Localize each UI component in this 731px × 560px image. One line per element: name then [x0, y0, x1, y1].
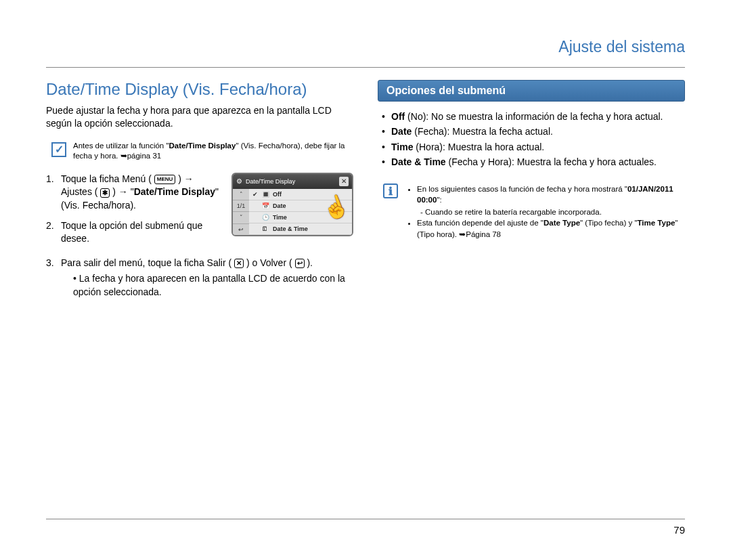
time-rest: Muestra la hora actual.: [448, 142, 544, 152]
device-pager: ˄ 1/1 ˅ ↩: [233, 189, 249, 235]
opt-date-label: Date: [273, 202, 286, 209]
page-header: Ajuste del sistema: [46, 38, 685, 60]
date-rest: Muestra la fecha actual.: [452, 126, 553, 137]
dt-bold: Date & Time: [391, 156, 446, 167]
n2-l2c: " (Tipo fecha) y ": [580, 219, 637, 227]
s3-a: Para salir del menú, toque la ficha Sali…: [61, 257, 231, 268]
back-button[interactable]: ↩: [233, 223, 249, 235]
left-column: Date/Time Display (Vis. Fecha/hora) Pued…: [46, 80, 353, 306]
opt-datetime-label: Date & Time: [273, 225, 308, 232]
time-bold: Time: [391, 142, 413, 152]
precondition-text: Antes de utilizar la función "Date/Time …: [73, 141, 353, 162]
note-page-ref: ➥página 31: [120, 152, 162, 160]
submenu-header: Opciones del submenú: [378, 80, 685, 102]
step-2: 2. Toque la opción del submenú que desee…: [46, 219, 222, 246]
content-columns: Date/Time Display (Vis. Fecha/hora) Pued…: [46, 80, 685, 306]
s3-c: ).: [307, 257, 313, 268]
precondition-note: ✓ Antes de utilizar la función "Date/Tim…: [46, 141, 353, 162]
submenu-date: Date (Fecha): Muestra la fecha actual.: [382, 125, 685, 138]
n2-sub1: Cuando se retire la batería recargable i…: [425, 207, 685, 217]
off-paren: (No):: [405, 111, 431, 122]
footer-rule: [46, 519, 685, 519]
step-3: 3. Para salir del menú, toque la ficha S…: [46, 257, 353, 299]
time-paren: (Hora):: [413, 142, 447, 152]
check-icon: ✓: [51, 142, 66, 157]
submenu-off: Off (No): No se muestra la información d…: [382, 110, 685, 123]
close-icon[interactable]: ✕: [339, 177, 349, 186]
note2-line2: Esta función depende del ajuste de "Date…: [417, 217, 685, 239]
menu-icon: MENU: [154, 175, 176, 184]
step-number: 2.: [46, 219, 61, 246]
option-datetime[interactable]: 🗓Date & Time: [249, 223, 352, 235]
n2-l1a: En los siguientes casos la función de fe…: [417, 185, 627, 193]
arrow-right-icon: →: [118, 186, 128, 197]
back-icon: ↩: [295, 259, 305, 268]
s2-text: Toque la opción del submenú que desee.: [61, 219, 222, 246]
info-note: ℹ En los siguientes casos la función de …: [378, 182, 685, 239]
submenu-option-list: Off (No): No se muestra la información d…: [378, 110, 685, 169]
submenu-datetime: Date & Time (Fecha y Hora): Muestra la f…: [382, 155, 685, 169]
arrow-right-icon: →: [184, 173, 194, 184]
steps-and-screenshot: 1. Toque la ficha Menú ( MENU ) → Ajuste…: [46, 173, 353, 253]
exit-icon: ✕: [234, 259, 244, 268]
option-time[interactable]: 🕒Time: [249, 212, 352, 223]
n2-l2b: Date Type: [544, 219, 580, 227]
s1-d: ): [112, 186, 118, 197]
dt-rest: Muestra la fecha y hora actuales.: [517, 156, 657, 167]
date-paren: (Fecha):: [412, 126, 452, 137]
note-bold: Date/Time Display: [169, 142, 236, 150]
info-icon: ℹ: [383, 184, 398, 198]
gear-icon: ✱: [100, 188, 110, 198]
intro-text: Puede ajustar la fecha y hora para que a…: [46, 104, 353, 130]
right-column: Opciones del submenú Off (No): No se mue…: [378, 80, 685, 306]
device-menu: ⚙ Date/Time Display ✕ ˄ 1/1 ˅ ↩ ✔🔳Off: [231, 173, 353, 236]
s3-sub-text: La fecha y hora aparecen en la pantalla …: [73, 273, 345, 297]
step-number: 1.: [46, 173, 61, 213]
note2-line1: En los siguientes casos la función de fe…: [417, 184, 685, 217]
opt-time-label: Time: [273, 214, 287, 221]
s1-c: Ajustes (: [61, 186, 97, 197]
calendar-clock-icon: 🗓: [262, 225, 270, 232]
calendar-icon: 📅: [262, 202, 270, 209]
n2-l2a: Esta función depende del ajuste de ": [417, 219, 544, 227]
page-indicator: 1/1: [233, 200, 249, 211]
step-3-sub: • La fecha y hora aparecen en la pantall…: [61, 272, 353, 299]
steps-list: 1. Toque la ficha Menú ( MENU ) → Ajuste…: [46, 173, 222, 253]
gear-icon: ⚙: [236, 177, 242, 185]
device-title: Date/Time Display: [246, 178, 295, 185]
step-1: 1. Toque la ficha Menú ( MENU ) → Ajuste…: [46, 173, 222, 213]
header-rule: [46, 67, 685, 68]
dt-paren: (Fecha y Hora):: [446, 156, 517, 167]
date-bold: Date: [391, 126, 412, 137]
s3-b: ) o Volver (: [246, 257, 292, 268]
off-bold: Off: [391, 111, 405, 122]
n2-l1c: ":: [437, 196, 441, 204]
n2-l2f: ➥Página 78: [459, 230, 501, 238]
s1-b: ): [178, 173, 184, 184]
submenu-time: Time (Hora): Muestra la hora actual.: [382, 140, 685, 154]
device-option-list: ✔🔳Off 📅Date 🕒Time 🗓Date & Time: [249, 189, 352, 235]
page-down-button[interactable]: ˅: [233, 211, 249, 223]
option-date[interactable]: 📅Date: [249, 200, 352, 212]
off-rest: No se muestra la información de la fecha…: [431, 111, 663, 122]
info-note-text: En los siguientes casos la función de fe…: [405, 182, 685, 239]
s1-a: Toque la ficha Menú (: [61, 173, 152, 184]
checkmark-icon: ✔: [252, 191, 259, 198]
note-pre: Antes de utilizar la función ": [73, 142, 169, 150]
s1-bold: Date/Time Display: [134, 186, 215, 197]
opt-off-label: Off: [273, 191, 282, 198]
device-screenshot: ⚙ Date/Time Display ✕ ˄ 1/1 ˅ ↩ ✔🔳Off: [231, 173, 353, 253]
off-icon: 🔳: [262, 191, 270, 198]
n2-l2d: Time Type: [638, 219, 675, 227]
option-off[interactable]: ✔🔳Off: [249, 189, 352, 200]
page-number: 79: [673, 524, 685, 536]
clock-icon: 🕒: [262, 214, 270, 221]
device-titlebar: ⚙ Date/Time Display ✕: [233, 174, 352, 189]
step-number: 3.: [46, 257, 61, 299]
section-title: Date/Time Display (Vis. Fecha/hora): [46, 80, 353, 99]
page-up-button[interactable]: ˄: [233, 189, 249, 200]
